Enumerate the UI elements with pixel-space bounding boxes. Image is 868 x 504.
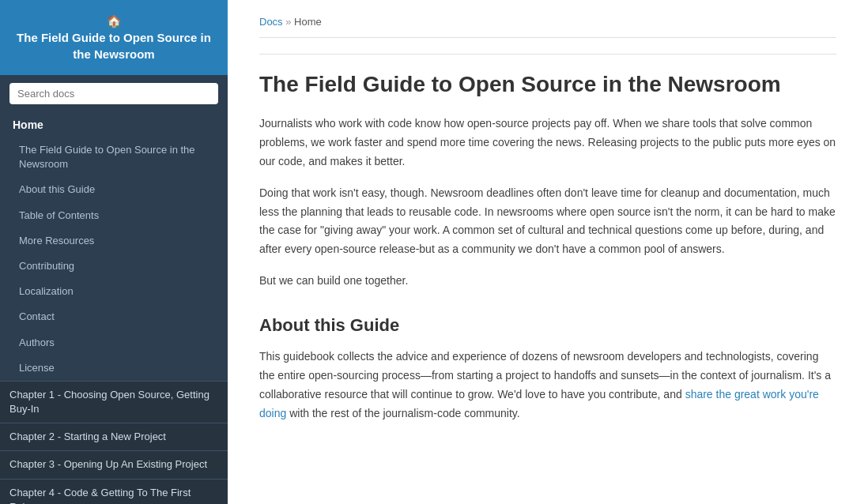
sidebar-item-license[interactable]: License <box>0 355 228 381</box>
sidebar-header[interactable]: 🏠 The Field Guide to Open Source in the … <box>0 0 228 75</box>
about-paragraph-1: This guidebook collects the advice and e… <box>259 348 836 423</box>
breadcrumb: Docs » Home <box>259 16 836 38</box>
sidebar-item-authors[interactable]: Authors <box>0 330 228 355</box>
sidebar-item-chapter-4[interactable]: Chapter 4 - Code & Getting To The First … <box>0 479 228 504</box>
intro-paragraph-1: Journalists who work with code know how … <box>259 115 836 171</box>
sidebar-title: The Field Guide to Open Source in the Ne… <box>9 29 218 62</box>
about-section-title: About this Guide <box>259 314 836 337</box>
intro-paragraph-3: But we can build one together. <box>259 272 836 291</box>
sidebar-item-chapter-2[interactable]: Chapter 2 - Starting a New Project <box>0 423 228 450</box>
sidebar-item-about-this-guide[interactable]: About this Guide <box>0 177 228 202</box>
sidebar-item-table-of-contents[interactable]: Table of Contents <box>0 203 228 228</box>
sidebar-item-chapter-3[interactable]: Chapter 3 - Opening Up An Existing Proje… <box>0 450 228 478</box>
sidebar-item-contact[interactable]: Contact <box>0 304 228 329</box>
content-divider <box>259 54 836 55</box>
sidebar-item-chapter-1[interactable]: Chapter 1 - Choosing Open Source, Gettin… <box>0 381 228 423</box>
about-after-link-text: with the rest of the journalism-code com… <box>289 407 520 419</box>
sidebar-item-localization[interactable]: Localization <box>0 279 228 304</box>
breadcrumb-docs-link[interactable]: Docs <box>259 16 283 28</box>
sidebar-nav: Home The Field Guide to Open Source in t… <box>0 112 228 504</box>
search-input[interactable] <box>9 83 218 104</box>
sidebar-item-contributing[interactable]: Contributing <box>0 254 228 279</box>
sidebar-item-home[interactable]: Home <box>0 112 228 137</box>
sidebar-item-the-field-guide[interactable]: The Field Guide to Open Source in the Ne… <box>0 137 228 177</box>
breadcrumb-separator: » <box>285 16 291 28</box>
sidebar-home-icon: 🏠 <box>107 13 122 29</box>
search-container <box>0 75 228 112</box>
sidebar-item-more-resources[interactable]: More Resources <box>0 228 228 254</box>
breadcrumb-current: Home <box>294 16 322 28</box>
main-content: Docs » Home The Field Guide to Open Sour… <box>228 0 868 504</box>
intro-paragraph-2: Doing that work isn't easy, though. News… <box>259 184 836 259</box>
sidebar: 🏠 The Field Guide to Open Source in the … <box>0 0 228 504</box>
page-title: The Field Guide to Open Source in the Ne… <box>259 70 836 99</box>
